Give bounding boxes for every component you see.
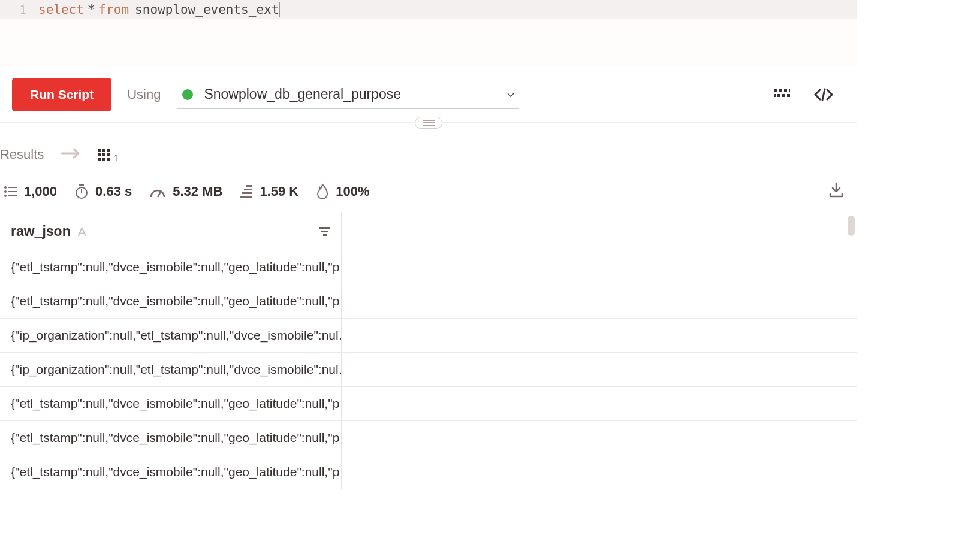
gauge-icon [150, 185, 165, 198]
result-tab-1[interactable]: 1 [98, 149, 118, 161]
list-icon [4, 186, 17, 198]
cell-raw-json[interactable]: {"ip_organization":null,"etl_tstamp":nul… [0, 353, 342, 386]
column-type-glyph: A [78, 225, 86, 239]
column-name: raw_json [11, 223, 71, 240]
text-cursor [279, 2, 280, 17]
download-icon [828, 182, 844, 198]
svg-rect-29 [244, 189, 252, 190]
svg-rect-13 [102, 153, 105, 156]
results-table: raw_json A {"etl_tstamp":null,"dvce_ismo… [0, 213, 857, 489]
keyword-select: select [38, 2, 84, 17]
connection-name: Snowplow_db_general_purpose [204, 86, 495, 102]
vertical-scrollbar[interactable] [848, 216, 855, 236]
stat-scanned-value: 1.59 K [260, 184, 298, 199]
svg-rect-32 [319, 227, 330, 229]
svg-rect-4 [774, 94, 776, 97]
table-row[interactable]: {"etl_tstamp":null,"dvce_ismobile":null,… [0, 387, 857, 421]
svg-rect-10 [102, 149, 105, 152]
right-margin [857, 0, 959, 560]
cell-raw-json[interactable]: {"etl_tstamp":null,"dvce_ismobile":null,… [0, 387, 342, 420]
cell-raw-json[interactable]: {"etl_tstamp":null,"dvce_ismobile":null,… [0, 284, 342, 318]
stopwatch-icon [75, 184, 88, 199]
table-header-row: raw_json A [0, 213, 857, 250]
column-filter-button[interactable] [319, 223, 330, 240]
svg-rect-30 [242, 192, 252, 194]
svg-rect-34 [323, 234, 327, 236]
svg-point-22 [4, 195, 7, 197]
using-label: Using [127, 87, 161, 102]
column-header-raw-json[interactable]: raw_json A [0, 213, 342, 250]
svg-rect-9 [98, 149, 101, 152]
svg-line-27 [158, 191, 161, 197]
code-icon[interactable] [814, 88, 833, 101]
svg-rect-0 [774, 89, 777, 92]
connection-select[interactable]: Snowplow_db_general_purpose [177, 80, 519, 109]
stat-size: 5.32 MB [150, 184, 222, 199]
resize-handle[interactable] [415, 117, 442, 129]
download-button[interactable] [828, 182, 844, 201]
result-tab-index: 1 [113, 153, 118, 163]
cell-raw-json[interactable]: {"etl_tstamp":null,"dvce_ismobile":null,… [0, 250, 342, 284]
svg-rect-6 [782, 94, 785, 97]
keyword-from: from [99, 2, 129, 17]
svg-rect-23 [8, 195, 17, 196]
svg-rect-14 [107, 153, 110, 156]
svg-rect-7 [787, 94, 790, 97]
line-number: 1 [0, 3, 38, 16]
stat-percent-value: 100% [336, 184, 369, 199]
cell-raw-json[interactable]: {"ip_organization":null,"etl_tstamp":nul… [0, 319, 342, 352]
table-row[interactable]: {"ip_organization":null,"etl_tstamp":nul… [0, 353, 857, 387]
table-row[interactable]: {"etl_tstamp":null,"dvce_ismobile":null,… [0, 250, 857, 284]
stat-rowcount-value: 1,000 [24, 184, 57, 199]
keyboard-icon[interactable] [774, 89, 792, 101]
stat-duration-value: 0.63 s [95, 184, 132, 199]
results-header: Results 1 [0, 123, 857, 173]
cell-raw-json[interactable]: {"etl_tstamp":null,"dvce_ismobile":null,… [0, 455, 342, 489]
svg-rect-19 [8, 187, 17, 188]
table-row[interactable]: {"etl_tstamp":null,"dvce_ismobile":null,… [0, 421, 857, 455]
stat-rowcount: 1,000 [4, 184, 57, 199]
drag-lines-icon [423, 122, 435, 123]
stat-size-value: 5.32 MB [173, 184, 222, 199]
svg-rect-5 [777, 94, 780, 97]
stat-scanned: 1.59 K [240, 184, 298, 199]
svg-rect-16 [102, 158, 105, 161]
stat-percent: 100% [316, 184, 369, 199]
table-row[interactable]: {"ip_organization":null,"etl_tstamp":nul… [0, 319, 857, 353]
status-dot-icon [182, 89, 193, 100]
results-label: Results [0, 147, 44, 162]
table-row[interactable]: {"etl_tstamp":null,"dvce_ismobile":null,… [0, 455, 857, 489]
editor-blank-area[interactable] [0, 19, 857, 67]
filter-icon [319, 226, 330, 236]
table-grid-icon [98, 149, 111, 161]
table-row[interactable]: {"etl_tstamp":null,"dvce_ismobile":null,… [0, 284, 857, 319]
svg-rect-33 [321, 231, 328, 232]
svg-rect-15 [98, 158, 101, 161]
svg-rect-31 [240, 196, 252, 198]
svg-rect-3 [789, 89, 790, 92]
identifier-table: snowplow_events_ext [135, 2, 279, 17]
operator-star: * [88, 2, 95, 17]
svg-rect-28 [246, 185, 252, 187]
code-line: select * from snowplow_events_ext [38, 2, 280, 17]
rows-scanned-icon [240, 185, 252, 198]
run-script-button[interactable]: Run Script [12, 78, 111, 111]
svg-rect-2 [784, 89, 787, 92]
chevron-down-icon [507, 90, 514, 99]
svg-rect-17 [107, 158, 110, 161]
svg-rect-24 [79, 184, 84, 186]
svg-rect-11 [107, 149, 110, 152]
run-toolbar: Run Script Using Snowplow_db_general_pur… [0, 67, 857, 123]
arrow-right-icon[interactable] [61, 148, 81, 161]
cell-raw-json[interactable]: {"etl_tstamp":null,"dvce_ismobile":null,… [0, 421, 342, 455]
svg-point-18 [4, 186, 7, 189]
svg-rect-21 [8, 191, 17, 192]
svg-rect-12 [98, 153, 101, 156]
svg-point-20 [4, 190, 7, 193]
flame-icon [316, 184, 328, 199]
svg-rect-1 [779, 89, 782, 92]
sql-editor[interactable]: 1 select * from snowplow_events_ext [0, 0, 857, 19]
stat-duration: 0.63 s [75, 184, 132, 199]
query-stats: 1,000 0.63 s 5.32 MB 1.59 K 100% [0, 173, 857, 213]
